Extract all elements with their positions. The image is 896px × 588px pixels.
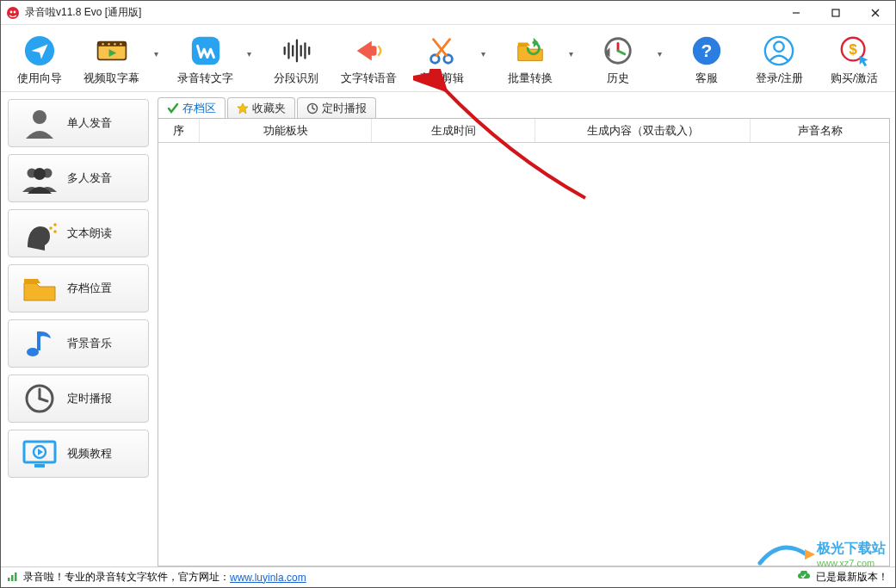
col-voicename[interactable]: 声音名称	[751, 119, 889, 142]
toolbar-batch[interactable]: 批量转换	[495, 34, 565, 86]
app-window: 录音啦v11.8 Evo [通用版] 使用向导 视频取字幕 ▾ 录音转文字	[0, 0, 896, 588]
tab-label: 存档区	[182, 101, 216, 116]
dropdown-caret-icon[interactable]: ▾	[565, 49, 578, 59]
tab-archive[interactable]: 存档区	[158, 97, 226, 118]
toolbar-label: 批量转换	[508, 71, 553, 86]
titlebar: 录音啦v11.8 Evo [通用版]	[1, 1, 895, 25]
svg-point-10	[102, 43, 103, 45]
svg-point-12	[114, 43, 115, 45]
toolbar-buy[interactable]: $ 购买/激活	[817, 34, 892, 86]
toolbar-label: 视频取字幕	[83, 71, 139, 86]
group-icon	[21, 161, 59, 195]
toolbar-label: 购买/激活	[831, 71, 879, 86]
toolbar-login[interactable]: 登录/注册	[742, 34, 817, 86]
waveform-icon	[280, 34, 312, 67]
col-gencontent[interactable]: 生成内容（双击载入）	[535, 119, 751, 142]
svg-text:$: $	[849, 40, 857, 57]
window-buttons	[776, 1, 895, 25]
svg-rect-47	[37, 331, 40, 350]
sidebar-scheduled[interactable]: 定时播报	[8, 374, 149, 423]
star-icon	[237, 102, 249, 115]
svg-point-45	[53, 223, 57, 226]
svg-point-36	[775, 41, 784, 51]
svg-rect-23	[370, 46, 377, 55]
svg-point-1	[10, 10, 13, 13]
toolbar-label: 使用向导	[17, 71, 62, 86]
sidebar: 单人发音 多人发音 文本朗读 存档位置	[1, 92, 154, 566]
svg-point-44	[53, 230, 57, 233]
app-icon	[6, 6, 20, 20]
sidebar-multi-voice[interactable]: 多人发音	[8, 154, 149, 202]
toolbar-subtitles[interactable]: 视频取字幕	[74, 34, 149, 86]
status-text: 录音啦！专业的录音转文字软件，官方网址：	[23, 570, 230, 585]
sidebar-label: 文本朗读	[67, 226, 112, 241]
check-icon	[167, 102, 179, 115]
table-body[interactable]	[158, 143, 889, 566]
megaphone-icon	[352, 34, 385, 67]
svg-point-46	[27, 348, 39, 356]
tabs: 存档区 收藏夹 定时播报	[158, 97, 890, 118]
dropdown-caret-icon[interactable]: ▾	[243, 49, 256, 59]
speaking-head-icon	[21, 216, 59, 251]
svg-rect-61	[15, 573, 17, 581]
svg-rect-52	[34, 464, 45, 467]
toolbar-label: 音频剪辑	[419, 71, 464, 86]
toolbar-label: 录音转文字	[177, 71, 233, 86]
maximize-button[interactable]	[816, 1, 856, 25]
sidebar-single-voice[interactable]: 单人发音	[8, 99, 149, 147]
sidebar-bgm[interactable]: 背景音乐	[8, 319, 149, 368]
svg-point-39	[33, 110, 46, 124]
dropdown-caret-icon[interactable]: ▾	[476, 49, 490, 59]
tab-label: 收藏夹	[252, 101, 286, 116]
svg-line-50	[40, 399, 47, 401]
toolbar-wizard[interactable]: 使用向导	[4, 34, 74, 86]
w-app-icon	[189, 34, 222, 67]
svg-text:极光下载站: 极光下载站	[816, 541, 886, 555]
svg-marker-62	[805, 549, 815, 560]
svg-rect-60	[11, 575, 14, 581]
svg-text:?: ?	[701, 40, 713, 59]
sidebar-label: 多人发音	[67, 170, 112, 186]
toolbar-support[interactable]: ? 客服	[672, 34, 742, 86]
tab-timed[interactable]: 定时播报	[297, 97, 376, 118]
tab-label: 定时播报	[322, 101, 367, 116]
col-gentime[interactable]: 生成时间	[372, 119, 535, 142]
window-title: 录音啦v11.8 Evo [通用版]	[25, 5, 776, 20]
user-icon	[763, 34, 795, 67]
svg-point-11	[108, 43, 109, 45]
minimize-button[interactable]	[776, 1, 816, 25]
sidebar-read-text[interactable]: 文本朗读	[8, 209, 149, 257]
film-play-icon	[96, 34, 128, 67]
toolbar-audioedit[interactable]: 音频剪辑	[406, 34, 476, 86]
svg-point-42	[34, 168, 46, 180]
main: 单人发音 多人发音 文本朗读 存档位置	[1, 92, 895, 566]
toolbar-rec2text[interactable]: 录音转文字	[168, 34, 243, 86]
col-module[interactable]: 功能板块	[200, 119, 372, 142]
dropdown-caret-icon[interactable]: ▾	[653, 49, 667, 59]
table-header: 序 功能板块 生成时间 生成内容（双击载入） 声音名称	[158, 119, 889, 143]
toolbar-segment[interactable]: 分段识别	[262, 34, 331, 86]
close-button[interactable]	[856, 1, 895, 25]
sidebar-archive-location[interactable]: 存档位置	[8, 264, 149, 313]
col-seq[interactable]: 序	[158, 119, 200, 142]
sidebar-label: 存档位置	[67, 281, 112, 296]
svg-rect-59	[8, 578, 10, 581]
toolbar-label: 客服	[695, 71, 718, 86]
sidebar-video-tutorial[interactable]: 视频教程	[8, 430, 149, 478]
toolbar-history[interactable]: 历史	[584, 34, 653, 86]
official-url-link[interactable]: www.luyinla.com	[230, 572, 306, 584]
toolbar-tts[interactable]: 文字转语音	[331, 34, 406, 86]
dollar-click-icon: $	[838, 34, 871, 67]
scissors-icon	[425, 34, 458, 67]
person-icon	[21, 106, 59, 140]
sidebar-label: 单人发音	[67, 115, 112, 131]
toolbar-label: 登录/注册	[756, 71, 804, 86]
watermark: 极光下载站 www.xz7.com	[755, 534, 893, 576]
svg-line-31	[618, 51, 625, 54]
monitor-play-icon	[21, 436, 59, 471]
music-note-icon	[21, 326, 59, 361]
tab-favorite[interactable]: 收藏夹	[227, 97, 295, 118]
svg-rect-4	[832, 9, 839, 16]
dropdown-caret-icon[interactable]: ▾	[149, 49, 163, 59]
folder-icon	[21, 271, 59, 306]
